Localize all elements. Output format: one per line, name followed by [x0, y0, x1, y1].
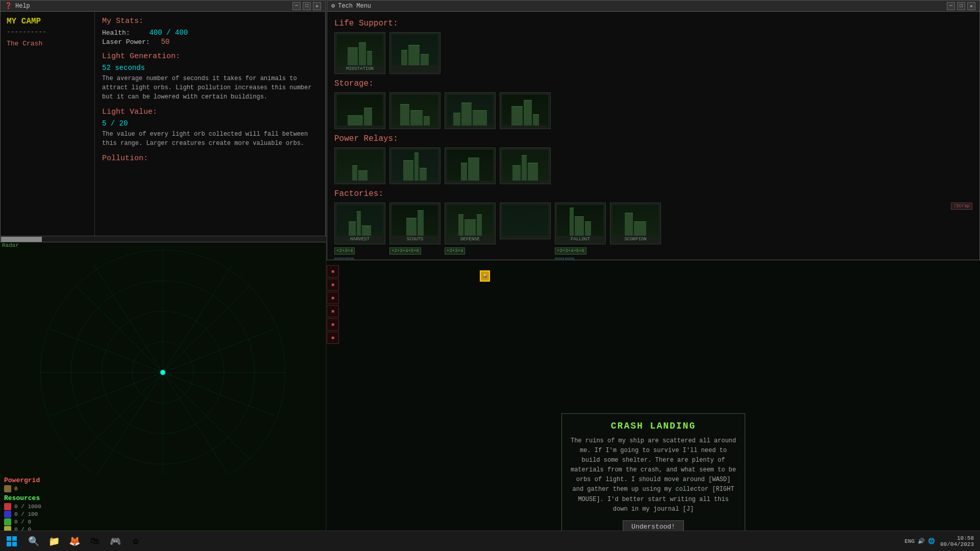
tech-card-scorpion[interactable]: SCORPION — [610, 203, 661, 244]
side-btn-4[interactable]: ■ — [327, 305, 339, 317]
tech-card-storage2[interactable] — [389, 92, 440, 129]
tech-group-scrap: !Scrap — [951, 203, 972, 210]
bldg-part — [585, 221, 591, 236]
tech-btn-harvest-levels[interactable]: +2+3+4 — [334, 247, 355, 255]
bldg-s4 — [502, 95, 548, 126]
tech-card-power2[interactable] — [389, 147, 440, 184]
bldg-harvest — [337, 205, 383, 236]
bldg-scorpion — [612, 205, 658, 236]
my-stats-title: My Stats: — [102, 17, 318, 26]
light-val-desc: The value of every light orb collected w… — [102, 130, 318, 148]
bldg-part — [468, 158, 479, 181]
game-viewport: Radar Powergrid 0 Resources 0 / 1000 — [0, 242, 326, 551]
tech-small-btn-h1[interactable]: ■ — [334, 258, 344, 260]
help-camp-title: MY CAMP — [7, 17, 88, 26]
bldg-part — [453, 113, 460, 126]
tech-card-img-p2 — [392, 150, 438, 181]
resources-label: Resources — [4, 494, 322, 502]
crate-item[interactable]: 📦 — [480, 270, 490, 282]
tech-btn-defense-levels[interactable]: +2+3+4 — [445, 247, 465, 255]
bldg-part — [418, 210, 424, 236]
help-scrollbar-thumb[interactable] — [1, 237, 42, 242]
side-btn-6[interactable]: ■ — [327, 332, 339, 344]
tech-minimize-button[interactable]: ─ — [947, 2, 955, 10]
tech-titlebar-controls: ─ □ ✕ — [947, 2, 975, 10]
bldg-part — [400, 104, 409, 126]
tech-card-img-p4 — [502, 150, 548, 181]
right-panel: ■ ■ ■ ■ ■ ■ 📦 CRASH LANDING The ruins of… — [327, 260, 980, 551]
side-btn-2[interactable]: ■ — [327, 279, 339, 291]
health-label: Health: — [102, 29, 130, 37]
svg-rect-16 — [12, 542, 17, 546]
help-window: ❓ Help ─ □ ✕ MY CAMP ---------- The Cras… — [0, 0, 326, 242]
tech-card-fallout[interactable]: FALLOUT — [555, 203, 606, 244]
tech-small-btn-h2[interactable]: ■ — [345, 258, 354, 260]
tech-btns-harvest: +2+3+4 — [334, 247, 385, 255]
tech-card-power3[interactable] — [445, 147, 496, 184]
taskbar-game-icon[interactable]: 🎮 — [105, 531, 126, 552]
tech-btns-fallout: +2+3+4+5+6 — [555, 247, 606, 255]
resource-row-1: 0 / 100 — [4, 511, 322, 518]
tech-card-img-storage1 — [337, 95, 383, 126]
tech-small-btn-f2[interactable]: ■ — [565, 258, 574, 260]
taskbar-store-icon[interactable]: 🛍 — [85, 531, 105, 552]
bldg-part — [406, 218, 416, 236]
bldg-part — [424, 116, 430, 126]
bldg-part — [401, 50, 407, 65]
help-sidebar-divider: ---------- — [7, 28, 88, 36]
side-btn-5[interactable]: ■ — [327, 318, 339, 331]
taskbar-clock[interactable]: 10:58 08/04/2023 — [940, 535, 974, 547]
resource-val-2: 0 / 0 — [14, 519, 31, 525]
tech-card-midstation[interactable]: MIDSTATION — [334, 32, 385, 74]
tech-title: Tech Menu — [338, 3, 371, 10]
tech-scrap-button[interactable]: !Scrap — [951, 203, 972, 210]
bldg-part — [477, 214, 482, 236]
tech-small-btns-fallout: ■ ■ — [555, 258, 606, 260]
side-btn-1[interactable]: ■ — [327, 265, 339, 278]
bldg-defense — [447, 205, 493, 236]
tech-small-btn-f1[interactable]: ■ — [555, 258, 564, 260]
taskbar-app-icon[interactable]: ⚙ — [126, 531, 146, 552]
bldg-part — [570, 208, 574, 236]
help-scrollbar[interactable] — [1, 236, 326, 242]
tech-card-storage1[interactable] — [334, 92, 385, 129]
tech-card-defense[interactable]: DEFENSE — [445, 203, 496, 244]
bldg-s1 — [337, 95, 383, 126]
tech-btn-fallout-levels[interactable]: +2+3+4+5+6 — [555, 247, 586, 255]
maximize-button[interactable]: □ — [303, 2, 311, 10]
tech-card-storage3[interactable] — [445, 92, 496, 129]
taskbar-firefox-icon[interactable]: 🦊 — [64, 531, 85, 552]
start-button[interactable] — [0, 531, 23, 552]
taskbar-search-icon[interactable]: 🔍 — [23, 531, 44, 552]
help-content: My Stats: Health: 400 / 400 Laser Power:… — [95, 12, 325, 242]
tech-card-storage4[interactable] — [500, 92, 551, 129]
tech-card-life2[interactable] — [389, 32, 440, 74]
tech-card-harvest[interactable]: HARVEST — [334, 203, 385, 244]
pollution-title: Pollution: — [102, 154, 318, 163]
help-body: MY CAMP ---------- The Crash My Stats: H… — [1, 12, 325, 242]
sidebar-item-the-crash[interactable]: The Crash — [7, 39, 88, 48]
laser-value: 50 — [161, 38, 169, 46]
power-value: 0 — [14, 486, 18, 492]
taskbar-sys-tray: ENG 🔊 🌐 — [904, 538, 935, 544]
tech-maximize-button[interactable]: □ — [957, 2, 965, 10]
tech-card-img-fallout — [557, 205, 603, 236]
taskbar-file-explorer-icon[interactable]: 📁 — [44, 531, 64, 552]
tech-card-img-scorpion — [612, 205, 658, 236]
tech-btn-scouts-levels[interactable]: +2+3+4+5+6 — [389, 247, 421, 255]
tech-close-button[interactable]: ✕ — [967, 2, 975, 10]
side-btn-3[interactable]: ■ — [327, 292, 339, 304]
tech-group-harvest: HARVEST +2+3+4 ■ ■ — [334, 203, 385, 260]
minimize-button[interactable]: ─ — [292, 2, 301, 10]
tech-card-factory-empty[interactable] — [500, 203, 551, 239]
close-button[interactable]: ✕ — [313, 2, 321, 10]
tech-card-img-midstation — [337, 35, 383, 65]
tech-btns-scouts: +2+3+4+5+6 — [389, 247, 440, 255]
tech-cat-factories: Factories: — [334, 189, 972, 198]
resource-row-0: 0 / 1000 — [4, 503, 322, 510]
tech-card-scouts[interactable]: SCOUTS — [389, 203, 440, 244]
bldg-s3 — [447, 95, 493, 126]
tech-card-power1[interactable] — [334, 147, 385, 184]
bldg-part — [414, 153, 419, 181]
tech-card-power4[interactable] — [500, 147, 551, 184]
